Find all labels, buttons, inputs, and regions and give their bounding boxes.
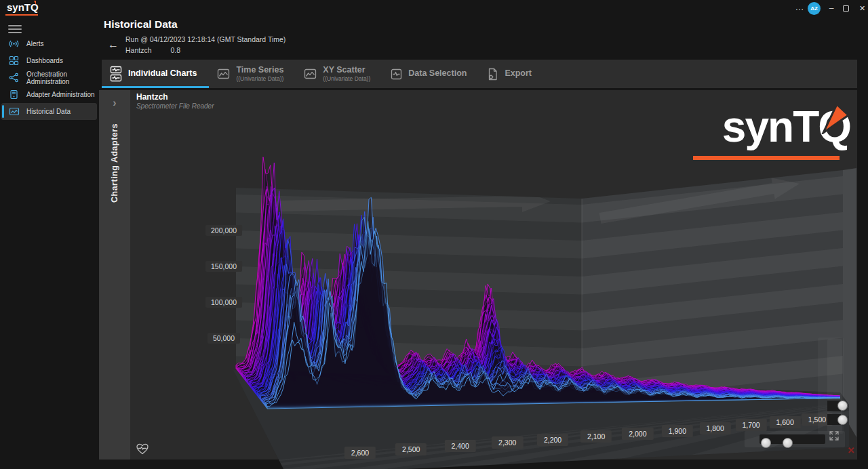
tab-data-selection[interactable]: Data Selection (382, 60, 479, 88)
fullscreen-expand-icon[interactable] (827, 429, 841, 443)
sidebar-nav: Alerts Dashboards Orchestration Administ… (0, 35, 98, 120)
sidebar-item-label: Alerts (26, 40, 44, 47)
tab-label: Export (505, 69, 532, 79)
syntq-watermark-underline (693, 156, 840, 160)
app-logo-wedge-icon (32, 1, 36, 5)
time-series-icon (217, 68, 230, 79)
tab-bar: Individual Charts Time Series((Univariat… (102, 60, 857, 88)
tab-time-series[interactable]: Time Series((Univariate Data)) (209, 60, 296, 88)
tab-label: Data Selection (408, 69, 467, 79)
tab-label: Time Series (236, 66, 283, 75)
page-title: Historical Data (104, 18, 178, 30)
sidebar: Alerts Dashboards Orchestration Administ… (0, 18, 98, 469)
range-slider-thumb-right[interactable] (783, 438, 793, 448)
user-avatar[interactable]: AZ (808, 2, 821, 15)
adapter-device-icon (9, 89, 20, 100)
vertical-slider-thumb-top[interactable] (837, 401, 848, 411)
tab-label: XY Scatter (323, 66, 370, 75)
sidebar-item-label: Adapter Administration (26, 91, 95, 98)
sidebar-item-label: Historical Data (26, 108, 71, 115)
syntq-watermark-wedge-icon (816, 102, 852, 134)
app-logo-underline (5, 14, 38, 16)
run-name: Hantzch (125, 46, 152, 54)
sidebar-item-label: Orchestration Administration (26, 70, 98, 85)
adapter-type: Spectrometer File Reader (136, 102, 214, 110)
tab-label: Individual Charts (128, 69, 197, 79)
alerts-broadcast-icon (9, 39, 20, 49)
tab-sublabel: ((Univariate Data)) (236, 75, 283, 82)
range-slider-thumb-left[interactable] (761, 438, 771, 448)
selected-indicator (2, 105, 4, 118)
error-close-marker[interactable]: ✕ (846, 445, 856, 456)
run-version: 0.8 (171, 46, 181, 54)
sidebar-item-orchestration-administration[interactable]: Orchestration Administration (0, 69, 98, 86)
sidebar-item-dashboards[interactable]: Dashboards (0, 52, 98, 69)
sidebar-item-adapter-administration[interactable]: Adapter Administration (0, 86, 98, 103)
data-selection-icon (391, 68, 402, 80)
app-window: synTQ … AZ – ✕ Alerts Dashboards (0, 0, 868, 469)
charting-adapters-label: Charting Adapters (99, 102, 130, 224)
back-arrow-icon[interactable]: ← (106, 37, 121, 52)
tab-individual-charts[interactable]: Individual Charts (102, 60, 209, 88)
adapter-name: Hantzch (136, 92, 168, 102)
sidebar-item-label: Dashboards (26, 57, 63, 64)
orchestration-share-icon (9, 73, 20, 83)
run-name-version: Hantzch0.8 (125, 46, 180, 54)
tab-export[interactable]: Export (479, 60, 544, 88)
sidebar-item-historical-data[interactable]: Historical Data (1, 103, 97, 120)
xy-scatter-icon (304, 68, 317, 79)
historical-chart-icon (9, 106, 20, 117)
title-bar: synTQ … AZ – ✕ (0, 0, 868, 18)
health-heartbeat-icon[interactable] (136, 443, 149, 456)
export-icon (487, 68, 498, 81)
dashboards-grid-icon (9, 56, 20, 66)
run-timestamp: Run @ 04/12/2023 12:18:14 (GMT Standard … (125, 35, 285, 43)
restore-window-icon[interactable] (843, 5, 849, 12)
sidebar-item-alerts[interactable]: Alerts (0, 35, 98, 52)
more-options-icon[interactable]: … (792, 1, 807, 17)
close-window-icon[interactable]: ✕ (856, 0, 868, 18)
tab-sublabel: ((Univariate Data)) (323, 75, 370, 82)
vertical-slider-thumb-bottom[interactable] (837, 415, 848, 425)
minimize-icon[interactable]: – (825, 0, 838, 18)
individual-charts-icon (110, 66, 122, 82)
tab-xy-scatter[interactable]: XY Scatter((Univariate Data)) (296, 60, 382, 88)
hamburger-menu-icon[interactable] (8, 23, 22, 34)
